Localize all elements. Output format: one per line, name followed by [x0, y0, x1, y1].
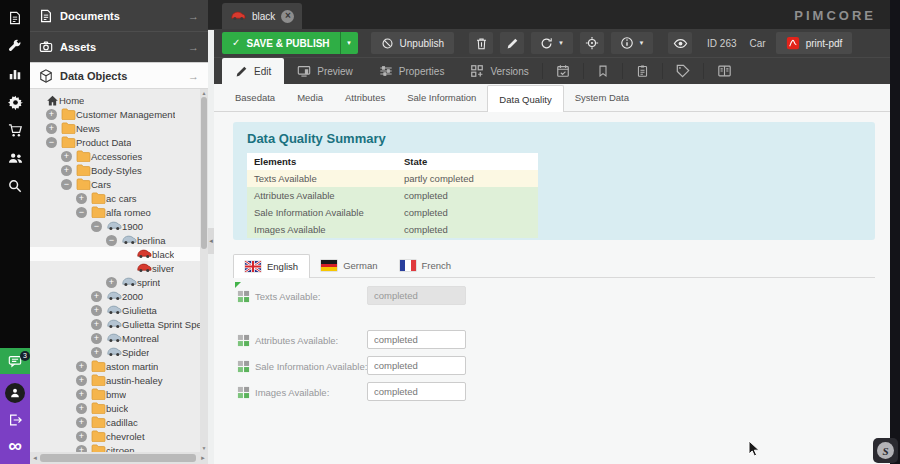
print-pdf-button[interactable]: print-pdf: [776, 32, 853, 54]
view-tab-versions[interactable]: Versions: [457, 58, 541, 84]
tree-toggle-plus-icon[interactable]: +: [106, 277, 117, 288]
layout-tab-sale-information[interactable]: Sale Information: [396, 85, 487, 111]
view-tab-preview[interactable]: Preview: [284, 58, 366, 84]
tree-toggle-plus-icon[interactable]: +: [76, 403, 87, 414]
language-tab-english[interactable]: English: [233, 254, 310, 278]
view-tab-schedule[interactable]: [543, 58, 583, 84]
tree-item-customer-management[interactable]: +Customer Management: [30, 107, 200, 121]
view-tab-edit[interactable]: Edit: [222, 58, 284, 84]
tree-item-accessories[interactable]: +Accessories: [30, 149, 200, 163]
tree-item-aston-martin[interactable]: +aston martin: [30, 359, 200, 373]
tree-toggle-plus-icon[interactable]: +: [91, 291, 102, 302]
tree-item-sprint[interactable]: +sprint: [30, 275, 200, 289]
info-button[interactable]: ▼: [611, 32, 653, 54]
view-tab-app-switcher[interactable]: [704, 58, 745, 84]
tree-horizontal-scrollbar[interactable]: ◄ ►: [30, 452, 208, 464]
tree-toggle-plus-icon[interactable]: +: [76, 375, 87, 386]
sidebar-reports-button[interactable]: [0, 60, 30, 88]
field-input[interactable]: [367, 356, 466, 375]
sidebar-settings-button[interactable]: [0, 88, 30, 116]
sidebar-ecommerce-button[interactable]: [0, 116, 30, 144]
accordion-section-assets[interactable]: Assets→: [30, 31, 208, 62]
field-input[interactable]: [367, 286, 466, 305]
scroll-left-icon[interactable]: ◄: [30, 452, 40, 464]
tree-item-giulietta[interactable]: +Giulietta: [30, 303, 200, 317]
tree-toggle-plus-icon[interactable]: +: [91, 333, 102, 344]
tree-toggle-plus-icon[interactable]: +: [91, 347, 102, 358]
scrollbar-thumb[interactable]: [40, 454, 196, 462]
tree-toggle-plus-icon[interactable]: +: [61, 165, 72, 176]
tree-toggle-minus-icon[interactable]: −: [61, 179, 72, 190]
sidebar-search-button[interactable]: [0, 172, 30, 200]
layout-tab-attributes[interactable]: Attributes: [334, 85, 396, 111]
tree-toggle-plus-icon[interactable]: +: [91, 319, 102, 330]
tree-item-body-styles[interactable]: +Body-Styles: [30, 163, 200, 177]
pimcore-logo-icon[interactable]: ∞: [8, 436, 22, 455]
tree-item-cadillac[interactable]: +cadillac: [30, 415, 200, 429]
view-tab-properties[interactable]: Properties: [366, 58, 458, 84]
tree-vertical-scrollbar[interactable]: ▲ ▼: [200, 89, 208, 452]
notifications-button[interactable]: 3: [0, 348, 30, 374]
tree-toggle-plus-icon[interactable]: +: [76, 193, 87, 204]
close-tab-icon[interactable]: ×: [281, 10, 294, 23]
tree-item-news[interactable]: +News: [30, 121, 200, 135]
tree-toggle-plus-icon[interactable]: +: [46, 109, 57, 120]
info-caret-icon[interactable]: ▼: [639, 40, 645, 46]
unpublish-button[interactable]: Unpublish: [371, 32, 454, 54]
scroll-up-icon[interactable]: ▲: [200, 89, 208, 97]
layout-tab-media[interactable]: Media: [286, 85, 334, 111]
tree-item-citroen[interactable]: +citroen: [30, 443, 200, 452]
tree-toggle-plus-icon[interactable]: +: [76, 445, 87, 453]
tree-item-montreal[interactable]: +Montreal: [30, 331, 200, 345]
tree-toggle-plus-icon[interactable]: +: [76, 431, 87, 442]
tree-item-alfa-romeo[interactable]: −alfa romeo: [30, 205, 200, 219]
accordion-section-documents[interactable]: Documents→: [30, 0, 208, 31]
tree-item-austin-healey[interactable]: +austin-healey: [30, 373, 200, 387]
tree-toggle-plus-icon[interactable]: +: [76, 417, 87, 428]
rename-button[interactable]: [500, 32, 524, 54]
panel-splitter[interactable]: ◂: [208, 30, 214, 464]
tree-item-chevrolet[interactable]: +chevrolet: [30, 429, 200, 443]
locate-in-tree-button[interactable]: [580, 32, 604, 54]
delete-button[interactable]: [469, 32, 493, 54]
sidebar-tools-button[interactable]: [0, 32, 30, 60]
tree-item-spider[interactable]: +Spider: [30, 345, 200, 359]
tree-item-1900[interactable]: −1900: [30, 219, 200, 233]
save-publish-button[interactable]: ✓ SAVE & PUBLISH ▼: [222, 32, 358, 54]
sidebar-users-button[interactable]: [0, 144, 30, 172]
tree-toggle-minus-icon[interactable]: −: [76, 207, 87, 218]
tree-item-black[interactable]: black: [30, 247, 200, 261]
layout-tab-system-data[interactable]: System Data: [564, 85, 640, 111]
open-preview-button[interactable]: [668, 32, 692, 54]
tree-item-home[interactable]: Home: [30, 93, 200, 107]
language-tab-french[interactable]: French: [389, 254, 463, 277]
tree-toggle-plus-icon[interactable]: +: [46, 123, 57, 134]
tree-item-bmw[interactable]: +bmw: [30, 387, 200, 401]
tree-item-ac-cars[interactable]: +ac cars: [30, 191, 200, 205]
accordion-section-data-objects[interactable]: Data Objects→: [30, 62, 208, 89]
view-tab-reports[interactable]: [623, 58, 662, 84]
save-options-caret-icon[interactable]: ▼: [340, 32, 358, 54]
user-avatar-button[interactable]: [5, 383, 25, 403]
reload-caret-icon[interactable]: ▼: [558, 40, 564, 46]
tree-item-buick[interactable]: +buick: [30, 401, 200, 415]
tree-item-berlina[interactable]: −berlina: [30, 233, 200, 247]
tree-toggle-plus-icon[interactable]: +: [91, 305, 102, 316]
language-tab-german[interactable]: German: [310, 254, 388, 277]
scroll-down-icon[interactable]: ▼: [200, 444, 208, 452]
tree-toggle-minus-icon[interactable]: −: [106, 235, 117, 246]
tree-toggle-minus-icon[interactable]: −: [46, 137, 57, 148]
scrollbar-thumb[interactable]: [201, 97, 207, 249]
field-input[interactable]: [367, 330, 466, 349]
collapse-panel-handle[interactable]: ◂: [208, 228, 214, 254]
view-tab-tags[interactable]: [663, 58, 703, 84]
tree-toggle-plus-icon[interactable]: +: [61, 151, 72, 162]
tree-item-silver[interactable]: silver: [30, 261, 200, 275]
tree-toggle-minus-icon[interactable]: −: [91, 221, 102, 232]
logout-button[interactable]: [8, 413, 22, 427]
layout-tab-data-quality[interactable]: Data Quality: [487, 85, 563, 112]
field-input[interactable]: [367, 382, 466, 401]
tree-toggle-plus-icon[interactable]: +: [76, 389, 87, 400]
reload-button[interactable]: ▼: [531, 32, 573, 54]
tree-item-product-data[interactable]: −Product Data: [30, 135, 200, 149]
